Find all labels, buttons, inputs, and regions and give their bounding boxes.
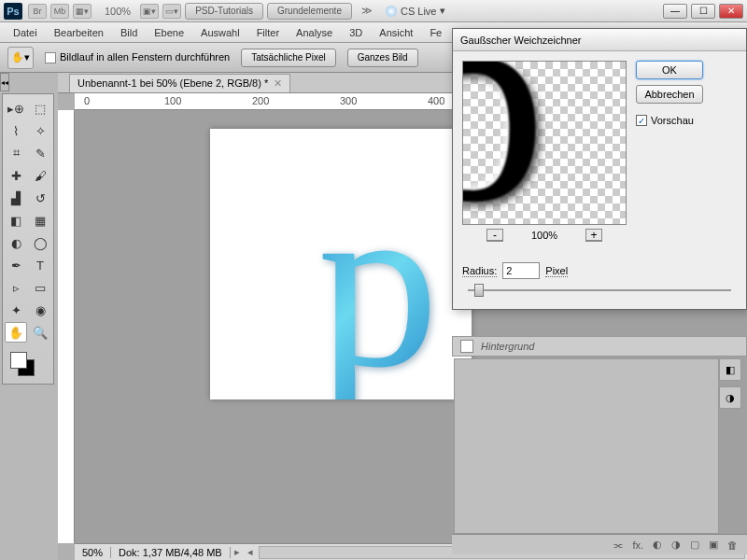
screen-mode-button[interactable]: ▭▾ [162,4,181,19]
blur-tool[interactable]: ◐ [5,232,27,253]
path-selection-tool[interactable]: ▹ [5,277,27,298]
dodge-tool[interactable]: ◯ [29,232,51,253]
move-tool[interactable]: ▸⊕ [5,98,27,119]
cancel-button[interactable]: Abbrechen [636,85,703,104]
new-layer-icon[interactable]: ▣ [709,539,718,551]
magic-wand-tool[interactable]: ✧ [29,120,51,141]
scroll-left-button[interactable]: ◂ [244,546,257,558]
status-menu-arrow[interactable]: ▸ [231,546,244,558]
window-minimize-button[interactable]: — [663,4,687,19]
document-tab[interactable]: Unbenannt-1 bei 50% (Ebene 2, RGB/8) *✕ [69,74,290,92]
filter-preview[interactable]: p [462,61,627,225]
toolbox: ▸⊕⬚ ⌇✧ ⌗✎ ✚🖌 ▟↺ ◧▦ ◐◯ ✒T ▹▭ ✦◉ ✋🔍 [2,93,54,385]
window-close-button[interactable]: ✕ [719,4,743,19]
swatches-panel-icon[interactable]: ◧ [719,358,741,381]
crop-tool[interactable]: ⌗ [5,143,27,163]
status-zoom[interactable]: 50% [75,547,111,558]
menu-bearbeiten[interactable]: Bearbeiten [47,25,111,40]
hand-tool[interactable]: ✋ [5,322,27,343]
status-doc-size[interactable]: Dok: 1,37 MB/4,48 MB [111,547,231,558]
bridge-button[interactable]: Br [28,4,47,19]
preview-zoom-out-button[interactable]: - [486,229,503,242]
foreground-color[interactable] [10,352,27,369]
preview-checkbox[interactable]: ✓ Vorschau [636,115,703,126]
clone-stamp-tool[interactable]: ▟ [5,188,27,208]
fit-screen-button[interactable]: Ganzes Bild [347,49,418,67]
menu-filter[interactable]: Filter [249,25,287,40]
layer-mask-icon[interactable]: ◐ [653,539,662,551]
shape-tool[interactable]: ▭ [29,277,51,298]
layers-panel-footer: ⫘ fx. ◐ ◑ ▢ ▣ 🗑 [452,534,747,554]
preview-zoom-in-button[interactable]: + [585,229,602,242]
toolbox-collapse-button[interactable]: ◂◂ [0,73,9,91]
dialog-title[interactable]: Gaußscher Weichzeichner [453,29,746,51]
vertical-ruler [58,110,75,543]
menu-3d[interactable]: 3D [342,25,370,40]
layers-panel-row[interactable]: Hintergrund [452,336,747,357]
slider-thumb[interactable] [474,284,484,297]
menu-datei[interactable]: Datei [6,25,45,40]
marquee-tool[interactable]: ⬚ [29,98,51,119]
history-brush-tool[interactable]: ↺ [29,188,51,208]
layer-group-icon[interactable]: ▢ [690,539,699,551]
gradient-tool[interactable]: ▦ [29,210,51,231]
app-titlebar: Ps Br Mb ▦▾ 100% ▣▾ ▭▾ PSD-Tutorials Gru… [0,0,747,22]
photoshop-logo: Ps [4,3,22,20]
layer-fx-icon[interactable]: fx. [632,539,643,551]
gaussian-blur-dialog: Gaußscher Weichzeichner p - 100% + OK Ab… [452,28,747,310]
workspace-overflow[interactable]: ≫ [361,5,373,17]
camera-tool[interactable]: ◉ [29,300,51,320]
brush-tool[interactable]: 🖌 [29,165,51,186]
cs-live-button[interactable]: CS Live ▾ [386,5,446,17]
workspace-grundelemente[interactable]: Grundelemente [267,3,352,20]
link-layers-icon[interactable]: ⫘ [613,539,623,551]
zoom-level[interactable]: 100% [105,6,131,17]
adjustment-layer-icon[interactable]: ◑ [671,539,681,551]
menu-analyse[interactable]: Analyse [289,25,340,40]
color-swatches[interactable] [5,350,51,380]
radius-input[interactable] [502,262,540,279]
scroll-all-windows-checkbox[interactable]: Bildlauf in allen Fenstern durchführen [45,51,230,63]
window-maximize-button[interactable]: ☐ [691,4,715,19]
menu-bild[interactable]: Bild [113,25,145,40]
canvas-content: p [317,144,439,400]
visibility-toggle-icon[interactable] [460,340,473,353]
close-tab-icon[interactable]: ✕ [274,77,282,90]
menu-auswahl[interactable]: Auswahl [193,25,247,40]
current-tool-indicator[interactable]: ✋▾ [7,47,34,69]
pen-tool[interactable]: ✒ [5,255,27,275]
3d-tool[interactable]: ✦ [5,300,27,320]
menu-ebene[interactable]: Ebene [147,25,191,40]
ok-button[interactable]: OK [636,61,703,79]
view-extras-button[interactable]: ▦▾ [73,4,92,19]
menu-fenster[interactable]: Fe [422,25,449,40]
minibridge-button[interactable]: Mb [50,4,69,19]
checkmark-icon: ✓ [636,115,647,126]
preview-zoom-level: 100% [531,230,557,241]
lasso-tool[interactable]: ⌇ [5,120,27,141]
eyedropper-tool[interactable]: ✎ [29,143,51,163]
radius-label: Radius: [462,265,497,277]
radius-slider[interactable] [462,283,737,298]
eraser-tool[interactable]: ◧ [5,210,27,231]
preview-content: p [462,61,547,225]
layers-panel-body [454,358,719,534]
healing-brush-tool[interactable]: ✚ [5,165,27,186]
actual-pixels-button[interactable]: Tatsächliche Pixel [241,49,335,67]
layer-name[interactable]: Hintergrund [481,341,534,352]
type-tool[interactable]: T [29,255,51,275]
radius-unit: Pixel [545,265,568,277]
adjustments-panel-icon[interactable]: ◑ [719,386,741,409]
delete-layer-icon[interactable]: 🗑 [727,539,738,551]
menu-ansicht[interactable]: Ansicht [372,25,420,40]
zoom-tool[interactable]: 🔍 [29,322,51,343]
arrange-button[interactable]: ▣▾ [140,4,159,19]
workspace-psd-tutorials[interactable]: PSD-Tutorials [185,3,263,20]
canvas[interactable]: p [210,129,472,399]
